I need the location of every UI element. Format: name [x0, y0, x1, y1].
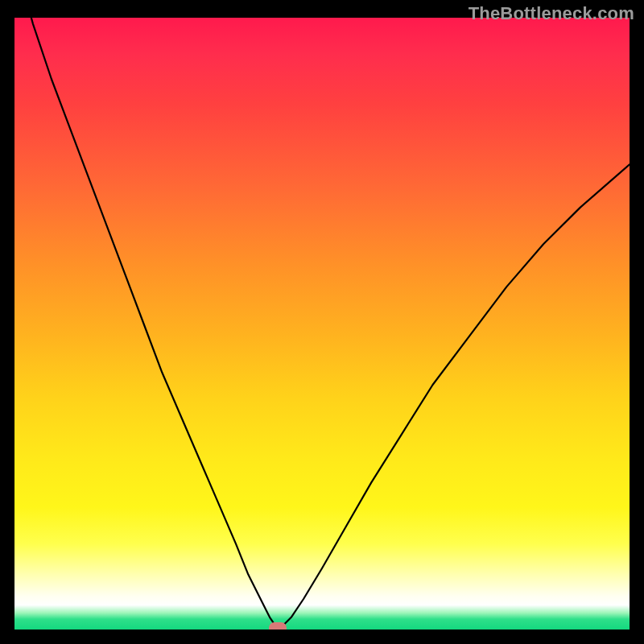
plot-area	[14, 18, 630, 630]
watermark-text: TheBottleneck.com	[469, 3, 634, 24]
curve-layer	[14, 18, 630, 630]
chart-frame: TheBottleneck.com	[0, 0, 644, 644]
bottleneck-curve	[14, 18, 630, 626]
optimal-marker	[269, 622, 287, 630]
